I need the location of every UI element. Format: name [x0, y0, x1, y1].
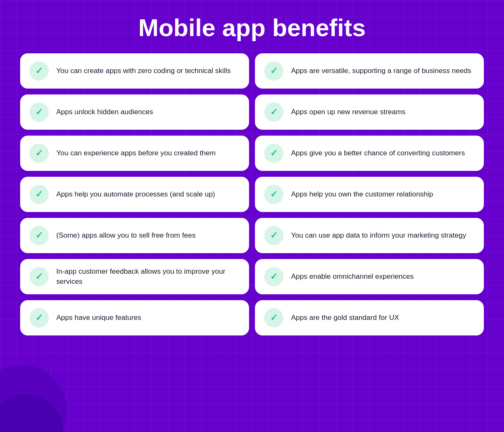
card-1: ✓You can create apps with zero coding or…: [20, 53, 249, 89]
check-circle-6: ✓: [264, 144, 284, 163]
card-9: ✓(Some) apps allow you to sell free from…: [20, 218, 249, 253]
checkmark-icon-12: ✓: [270, 272, 278, 281]
card-text-14: Apps are the gold standard for UX: [291, 313, 399, 323]
check-circle-7: ✓: [29, 185, 49, 204]
card-text-1: You can create apps with zero coding or …: [56, 66, 231, 76]
card-text-9: (Some) apps allow you to sell free from …: [56, 230, 196, 241]
card-3: ✓Apps unlock hidden audiences: [20, 94, 249, 130]
checkmark-icon-9: ✓: [35, 231, 43, 240]
checkmark-icon-13: ✓: [35, 313, 43, 322]
checkmark-icon-11: ✓: [35, 272, 43, 281]
card-11: ✓In-app customer feedback allows you to …: [20, 259, 249, 294]
card-text-7: Apps help you automate processes (and sc…: [56, 189, 215, 199]
card-6: ✓Apps give you a better chance of conver…: [255, 136, 484, 171]
checkmark-icon-3: ✓: [35, 107, 43, 117]
check-circle-2: ✓: [264, 61, 284, 81]
card-10: ✓You can use app data to inform your mar…: [255, 218, 484, 253]
benefits-grid: ✓You can create apps with zero coding or…: [0, 53, 504, 344]
check-circle-8: ✓: [264, 185, 284, 204]
checkmark-icon-6: ✓: [270, 149, 278, 158]
card-text-12: Apps enable omnichannel experiences: [291, 272, 414, 282]
card-text-13: Apps have unique features: [56, 313, 141, 323]
card-7: ✓Apps help you automate processes (and s…: [20, 177, 249, 212]
card-text-8: Apps help you own the customer relations…: [291, 189, 433, 199]
checkmark-icon-1: ✓: [35, 66, 43, 76]
card-2: ✓Apps are versatile, supporting a range …: [255, 53, 484, 89]
card-8: ✓Apps help you own the customer relation…: [255, 177, 484, 212]
checkmark-icon-8: ✓: [270, 190, 278, 199]
card-14: ✓Apps are the gold standard for UX: [255, 300, 484, 335]
card-13: ✓Apps have unique features: [20, 300, 249, 335]
check-circle-13: ✓: [29, 308, 49, 327]
check-circle-10: ✓: [264, 226, 284, 245]
card-text-5: You can experience apps before you creat…: [56, 148, 215, 158]
check-circle-5: ✓: [29, 144, 49, 163]
card-text-3: Apps unlock hidden audiences: [56, 107, 153, 117]
check-circle-11: ✓: [29, 267, 49, 286]
check-circle-1: ✓: [29, 61, 49, 81]
card-text-4: Apps open up new revenue streams: [291, 107, 405, 117]
card-text-11: In-app customer feedback allows you to i…: [56, 267, 240, 287]
check-circle-3: ✓: [29, 102, 49, 122]
card-5: ✓You can experience apps before you crea…: [20, 136, 249, 171]
check-circle-14: ✓: [264, 308, 284, 327]
checkmark-icon-10: ✓: [270, 231, 278, 240]
page-title: Mobile app benefits: [0, 0, 504, 53]
card-text-10: You can use app data to inform your mark…: [291, 230, 466, 241]
check-circle-12: ✓: [264, 267, 284, 286]
card-text-6: Apps give you a better chance of convert…: [291, 148, 465, 158]
card-text-2: Apps are versatile, supporting a range o…: [291, 66, 471, 76]
check-circle-4: ✓: [264, 102, 284, 122]
checkmark-icon-5: ✓: [35, 149, 43, 158]
checkmark-icon-7: ✓: [35, 190, 43, 199]
checkmark-icon-4: ✓: [270, 107, 278, 117]
card-12: ✓Apps enable omnichannel experiences: [255, 259, 484, 294]
checkmark-icon-2: ✓: [270, 66, 278, 76]
card-4: ✓Apps open up new revenue streams: [255, 94, 484, 130]
checkmark-icon-14: ✓: [270, 313, 278, 322]
check-circle-9: ✓: [29, 226, 49, 245]
